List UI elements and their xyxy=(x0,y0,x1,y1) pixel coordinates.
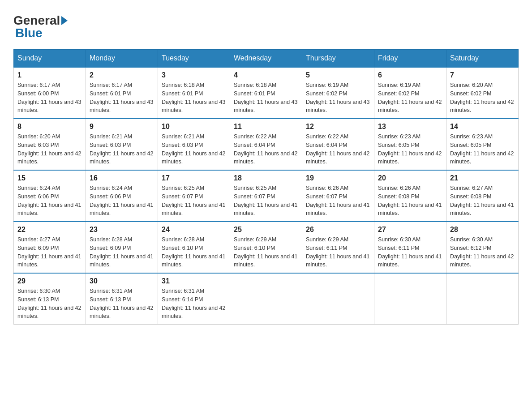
day-number: 30 xyxy=(90,277,154,285)
calendar-cell: 31Sunrise: 6:31 AMSunset: 6:14 PMDayligh… xyxy=(158,273,230,325)
day-info: Sunrise: 6:31 AMSunset: 6:14 PMDaylight:… xyxy=(162,287,226,321)
day-info: Sunrise: 6:23 AMSunset: 6:05 PMDaylight:… xyxy=(378,133,442,166)
logo: General Blue xyxy=(13,13,69,40)
day-info: Sunrise: 6:22 AMSunset: 6:04 PMDaylight:… xyxy=(306,133,370,166)
calendar-cell: 4Sunrise: 6:18 AMSunset: 6:01 PMDaylight… xyxy=(230,67,302,119)
day-number: 12 xyxy=(306,123,370,131)
calendar-cell xyxy=(374,273,446,325)
header-thursday: Thursday xyxy=(302,50,374,68)
day-info: Sunrise: 6:22 AMSunset: 6:04 PMDaylight:… xyxy=(234,133,298,166)
logo-arrow-icon xyxy=(61,16,68,25)
page-header: General Blue xyxy=(13,13,519,40)
day-number: 10 xyxy=(162,123,226,131)
day-number: 11 xyxy=(234,123,298,131)
day-info: Sunrise: 6:21 AMSunset: 6:03 PMDaylight:… xyxy=(90,133,154,166)
day-info: Sunrise: 6:17 AMSunset: 6:00 PMDaylight:… xyxy=(17,81,82,115)
day-info: Sunrise: 6:27 AMSunset: 6:09 PMDaylight:… xyxy=(17,235,82,269)
calendar-cell: 2Sunrise: 6:17 AMSunset: 6:01 PMDaylight… xyxy=(86,67,158,119)
calendar-cell: 11Sunrise: 6:22 AMSunset: 6:04 PMDayligh… xyxy=(230,119,302,170)
calendar-cell xyxy=(302,273,374,325)
header-tuesday: Tuesday xyxy=(158,50,230,68)
day-info: Sunrise: 6:29 AMSunset: 6:10 PMDaylight:… xyxy=(234,235,298,269)
header-friday: Friday xyxy=(374,50,446,68)
calendar-cell: 14Sunrise: 6:23 AMSunset: 6:05 PMDayligh… xyxy=(446,119,519,170)
calendar-cell: 9Sunrise: 6:21 AMSunset: 6:03 PMDaylight… xyxy=(86,119,158,170)
header-sunday: Sunday xyxy=(14,50,86,68)
header-saturday: Saturday xyxy=(446,50,519,68)
week-row-4: 22Sunrise: 6:27 AMSunset: 6:09 PMDayligh… xyxy=(14,222,519,273)
day-number: 18 xyxy=(234,174,298,182)
logo-blue-text: Blue xyxy=(15,26,43,40)
calendar-cell xyxy=(230,273,302,325)
day-info: Sunrise: 6:20 AMSunset: 6:03 PMDaylight:… xyxy=(17,133,82,166)
calendar-cell: 21Sunrise: 6:27 AMSunset: 6:08 PMDayligh… xyxy=(446,170,519,222)
calendar-cell: 8Sunrise: 6:20 AMSunset: 6:03 PMDaylight… xyxy=(14,119,86,170)
day-info: Sunrise: 6:28 AMSunset: 6:10 PMDaylight:… xyxy=(162,235,226,269)
calendar-cell: 23Sunrise: 6:28 AMSunset: 6:09 PMDayligh… xyxy=(86,222,158,273)
day-number: 24 xyxy=(162,226,226,234)
calendar-cell xyxy=(446,273,519,325)
day-number: 25 xyxy=(234,226,298,234)
calendar-cell: 28Sunrise: 6:30 AMSunset: 6:12 PMDayligh… xyxy=(446,222,519,273)
day-number: 26 xyxy=(306,226,370,234)
calendar-cell: 13Sunrise: 6:23 AMSunset: 6:05 PMDayligh… xyxy=(374,119,446,170)
day-number: 17 xyxy=(162,174,226,182)
day-info: Sunrise: 6:25 AMSunset: 6:07 PMDaylight:… xyxy=(234,184,298,218)
week-row-5: 29Sunrise: 6:30 AMSunset: 6:13 PMDayligh… xyxy=(14,273,519,325)
day-number: 13 xyxy=(378,123,442,131)
calendar-cell: 22Sunrise: 6:27 AMSunset: 6:09 PMDayligh… xyxy=(14,222,86,273)
day-info: Sunrise: 6:26 AMSunset: 6:08 PMDaylight:… xyxy=(378,184,442,218)
day-info: Sunrise: 6:30 AMSunset: 6:12 PMDaylight:… xyxy=(450,235,515,269)
day-info: Sunrise: 6:18 AMSunset: 6:01 PMDaylight:… xyxy=(162,81,226,115)
day-info: Sunrise: 6:25 AMSunset: 6:07 PMDaylight:… xyxy=(162,184,226,218)
calendar-cell: 7Sunrise: 6:20 AMSunset: 6:02 PMDaylight… xyxy=(446,67,519,119)
day-info: Sunrise: 6:20 AMSunset: 6:02 PMDaylight:… xyxy=(450,81,515,115)
calendar-cell: 20Sunrise: 6:26 AMSunset: 6:08 PMDayligh… xyxy=(374,170,446,222)
day-info: Sunrise: 6:19 AMSunset: 6:02 PMDaylight:… xyxy=(378,81,442,115)
calendar-cell: 24Sunrise: 6:28 AMSunset: 6:10 PMDayligh… xyxy=(158,222,230,273)
calendar-cell: 16Sunrise: 6:24 AMSunset: 6:06 PMDayligh… xyxy=(86,170,158,222)
day-number: 29 xyxy=(17,277,82,285)
calendar-table: SundayMondayTuesdayWednesdayThursdayFrid… xyxy=(13,49,519,325)
day-number: 6 xyxy=(378,71,442,79)
day-number: 20 xyxy=(378,174,442,182)
week-row-2: 8Sunrise: 6:20 AMSunset: 6:03 PMDaylight… xyxy=(14,119,519,170)
day-info: Sunrise: 6:24 AMSunset: 6:06 PMDaylight:… xyxy=(90,184,154,218)
calendar-cell: 17Sunrise: 6:25 AMSunset: 6:07 PMDayligh… xyxy=(158,170,230,222)
day-number: 1 xyxy=(17,71,82,79)
day-number: 14 xyxy=(450,123,515,131)
day-info: Sunrise: 6:24 AMSunset: 6:06 PMDaylight:… xyxy=(17,184,82,218)
day-info: Sunrise: 6:19 AMSunset: 6:02 PMDaylight:… xyxy=(306,81,370,115)
day-number: 23 xyxy=(90,226,154,234)
day-number: 2 xyxy=(90,71,154,79)
calendar-cell: 3Sunrise: 6:18 AMSunset: 6:01 PMDaylight… xyxy=(158,67,230,119)
calendar-cell: 1Sunrise: 6:17 AMSunset: 6:00 PMDaylight… xyxy=(14,67,86,119)
calendar-cell: 29Sunrise: 6:30 AMSunset: 6:13 PMDayligh… xyxy=(14,273,86,325)
header-row: SundayMondayTuesdayWednesdayThursdayFrid… xyxy=(14,50,519,68)
week-row-1: 1Sunrise: 6:17 AMSunset: 6:00 PMDaylight… xyxy=(14,67,519,119)
calendar-cell: 15Sunrise: 6:24 AMSunset: 6:06 PMDayligh… xyxy=(14,170,86,222)
calendar-cell: 25Sunrise: 6:29 AMSunset: 6:10 PMDayligh… xyxy=(230,222,302,273)
calendar-cell: 26Sunrise: 6:29 AMSunset: 6:11 PMDayligh… xyxy=(302,222,374,273)
calendar-cell: 10Sunrise: 6:21 AMSunset: 6:03 PMDayligh… xyxy=(158,119,230,170)
day-info: Sunrise: 6:21 AMSunset: 6:03 PMDaylight:… xyxy=(162,133,226,166)
day-info: Sunrise: 6:27 AMSunset: 6:08 PMDaylight:… xyxy=(450,184,515,218)
day-info: Sunrise: 6:28 AMSunset: 6:09 PMDaylight:… xyxy=(90,235,154,269)
day-number: 15 xyxy=(17,174,82,182)
day-info: Sunrise: 6:30 AMSunset: 6:13 PMDaylight:… xyxy=(17,287,82,321)
day-number: 28 xyxy=(450,226,515,234)
day-number: 5 xyxy=(306,71,370,79)
day-number: 7 xyxy=(450,71,515,79)
day-info: Sunrise: 6:30 AMSunset: 6:11 PMDaylight:… xyxy=(378,235,442,269)
day-info: Sunrise: 6:18 AMSunset: 6:01 PMDaylight:… xyxy=(234,81,298,115)
day-number: 9 xyxy=(90,123,154,131)
calendar-cell: 27Sunrise: 6:30 AMSunset: 6:11 PMDayligh… xyxy=(374,222,446,273)
header-wednesday: Wednesday xyxy=(230,50,302,68)
calendar-cell: 18Sunrise: 6:25 AMSunset: 6:07 PMDayligh… xyxy=(230,170,302,222)
day-info: Sunrise: 6:31 AMSunset: 6:13 PMDaylight:… xyxy=(90,287,154,321)
day-number: 8 xyxy=(17,123,82,131)
calendar-cell: 6Sunrise: 6:19 AMSunset: 6:02 PMDaylight… xyxy=(374,67,446,119)
day-number: 31 xyxy=(162,277,226,285)
day-number: 22 xyxy=(17,226,82,234)
day-number: 16 xyxy=(90,174,154,182)
